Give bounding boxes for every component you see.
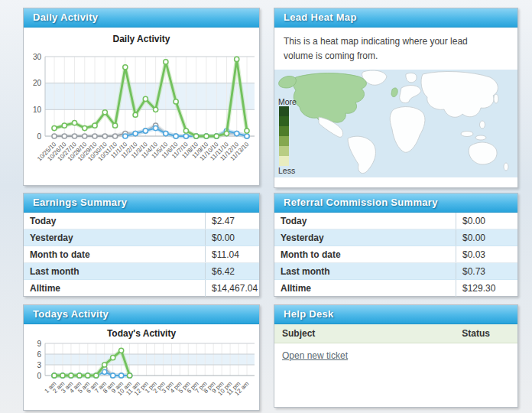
legend-color-swatch xyxy=(279,116,289,126)
open-new-ticket-link[interactable]: Open new ticket xyxy=(282,350,348,361)
row-value: $6.42 xyxy=(205,263,259,279)
legend-color-swatch xyxy=(279,126,289,136)
svg-text:3: 3 xyxy=(37,361,41,369)
row-label: Month to date xyxy=(24,246,205,262)
todays-activity-panel: Todays Activity Today's Activity 03691 a… xyxy=(23,304,260,411)
region-united-kingdom xyxy=(391,88,397,97)
row-label: Yesterday xyxy=(24,229,205,246)
referral-row-month-to-date: Month to date $0.03 xyxy=(274,246,517,263)
daily-activity-panel: Daily Activity Daily Activity 010203010/… xyxy=(23,8,260,186)
help-desk-table-header: Subject Status xyxy=(274,324,517,343)
row-value: $0.73 xyxy=(456,263,517,279)
daily-activity-chart-title: Daily Activity xyxy=(24,34,259,44)
legend-color-swatch xyxy=(279,156,289,166)
lead-heat-map-panel: Lead Heat Map This is a heat map indicat… xyxy=(274,8,518,188)
row-value: $0.00 xyxy=(456,229,517,246)
daily-activity-panel-title: Daily Activity xyxy=(24,8,259,28)
world-heat-map: More Less xyxy=(274,70,517,177)
earnings-row-today: Today $2.47 xyxy=(24,213,259,229)
referral-row-alltime: Alltime $129.30 xyxy=(274,280,517,297)
svg-text:6: 6 xyxy=(37,350,41,359)
referral-summary-panel-title: Referral Commission Summary xyxy=(274,193,517,213)
region-philippines xyxy=(480,121,485,128)
svg-text:20: 20 xyxy=(33,79,42,87)
row-label: Last month xyxy=(274,263,456,279)
legend-color-swatch xyxy=(279,146,289,156)
legend-color-swatch xyxy=(279,106,289,116)
referral-row-yesterday: Yesterday $0.00 xyxy=(274,229,517,246)
earnings-row-yesterday: Yesterday $0.00 xyxy=(24,229,259,246)
help-desk-panel: Help Desk Subject Status Open new ticket xyxy=(274,304,518,408)
earnings-summary-panel-title: Earnings Summary xyxy=(24,193,259,213)
svg-text:9: 9 xyxy=(37,340,41,348)
svg-text:0: 0 xyxy=(37,132,41,141)
row-value: $14,467.04 xyxy=(205,280,259,297)
row-value: $129.30 xyxy=(456,280,517,297)
region-indonesia-2 xyxy=(475,135,486,140)
row-label: Alltime xyxy=(24,280,205,297)
legend-color-swatch xyxy=(279,136,289,146)
earnings-summary-panel: Earnings Summary Today $2.47 Yesterday $… xyxy=(23,193,260,297)
legend-more-label: More xyxy=(278,97,304,106)
row-label: Yesterday xyxy=(274,229,456,246)
region-scandinavia xyxy=(406,73,417,83)
row-value: $0.00 xyxy=(456,213,517,229)
earnings-row-last-month: Last month $6.42 xyxy=(24,263,259,280)
legend-less-label: Less xyxy=(278,166,304,175)
row-label: Today xyxy=(24,213,205,229)
region-new-zealand xyxy=(504,163,508,171)
row-label: Today xyxy=(274,213,456,229)
lead-heat-map-panel-title: Lead Heat Map xyxy=(274,8,517,28)
svg-text:10: 10 xyxy=(33,106,42,114)
subject-column-header: Subject xyxy=(282,328,315,339)
todays-activity-chart-title: Today's Activity xyxy=(24,328,259,339)
referral-row-last-month: Last month $0.73 xyxy=(274,263,517,280)
status-column-header: Status xyxy=(462,328,510,339)
svg-text:0: 0 xyxy=(37,372,41,380)
row-label: Month to date xyxy=(274,246,456,262)
heat-map-legend: More Less xyxy=(278,97,304,175)
earnings-row-month-to-date: Month to date $11.04 xyxy=(24,246,259,263)
row-label: Last month xyxy=(24,263,205,279)
earnings-row-alltime: Alltime $14,467.04 xyxy=(24,280,259,297)
row-value: $11.04 xyxy=(205,246,259,262)
heat-map-description: This is a heat map indicating where your… xyxy=(274,28,504,67)
referral-row-today: Today $0.00 xyxy=(274,213,517,229)
region-japan xyxy=(494,94,498,103)
row-value: $0.03 xyxy=(456,246,517,262)
todays-activity-chart: 03691 am2 am3 am4 am5 am6 am7 am8 am9 am… xyxy=(24,339,259,405)
row-value: $0.00 xyxy=(205,229,259,246)
daily-activity-chart: 010203010/25/1010/26/1010/27/1010/28/101… xyxy=(24,44,259,180)
row-label: Alltime xyxy=(274,280,456,297)
svg-text:30: 30 xyxy=(33,53,42,61)
region-indonesia xyxy=(461,132,473,137)
todays-activity-panel-title: Todays Activity xyxy=(24,305,259,324)
legend-color-scale xyxy=(278,106,304,166)
row-value: $2.47 xyxy=(205,213,259,229)
world-map-graphic xyxy=(274,70,517,177)
referral-commission-summary-panel: Referral Commission Summary Today $0.00 … xyxy=(274,193,518,297)
help-desk-panel-title: Help Desk xyxy=(274,305,517,324)
